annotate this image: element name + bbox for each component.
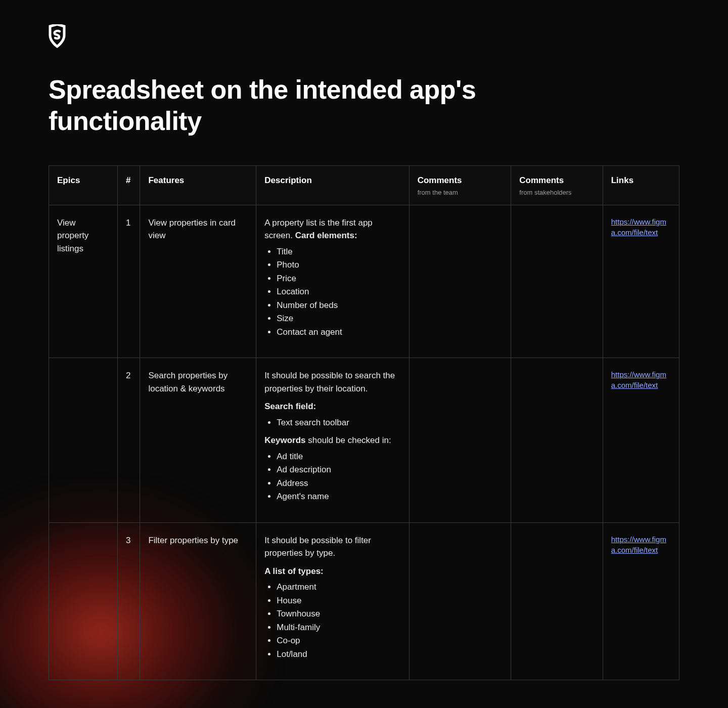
list-item: Size xyxy=(277,312,400,325)
list-item: Apartment xyxy=(277,581,400,594)
col-number: # xyxy=(118,165,140,205)
list-item: Lot/land xyxy=(277,648,400,661)
desc-subhead: Keywords xyxy=(264,435,305,445)
desc-subhead: Search field: xyxy=(264,402,316,411)
table-row: View property listings 1 View properties… xyxy=(49,205,679,358)
desc-lead: It should be possible to filter properti… xyxy=(264,534,400,560)
cell-description: A property list is the first app screen.… xyxy=(256,205,409,358)
list-item: Ad description xyxy=(277,463,400,476)
list-item: Contact an agent xyxy=(277,326,400,339)
list-item: Agent's name xyxy=(277,490,400,503)
table-row: 3 Filter properties by type It should be… xyxy=(49,522,679,680)
col-comments-stakeholders: Comments from stakeholders xyxy=(511,165,603,205)
cell-comments-stakeholders xyxy=(511,358,603,523)
table-header-row: Epics # Features Description Comments fr… xyxy=(49,165,679,205)
col-description: Description xyxy=(256,165,409,205)
list-item: Townhouse xyxy=(277,607,400,621)
col-comments-stake-label: Comments xyxy=(519,175,564,185)
col-comments-team-sub: from the team xyxy=(418,188,503,198)
cell-epic xyxy=(49,358,118,523)
figma-link[interactable]: https://www.figma.com/file/text xyxy=(611,216,671,238)
functionality-table: Epics # Features Description Comments fr… xyxy=(49,165,679,681)
col-comments-stake-sub: from stakeholders xyxy=(519,188,594,198)
cell-feature: Search properties by location & keywords xyxy=(140,358,256,523)
list-item: Location xyxy=(277,285,400,298)
list-item: Title xyxy=(277,245,400,258)
desc-list: Apartment House Townhouse Multi-family C… xyxy=(264,581,400,660)
desc-lead: It should be possible to search the prop… xyxy=(264,369,400,395)
cell-epic: View property listings xyxy=(49,205,118,358)
cell-description: It should be possible to search the prop… xyxy=(256,358,409,523)
figma-link[interactable]: https://www.figma.com/file/text xyxy=(611,534,671,555)
list-item: Address xyxy=(277,477,400,490)
desc-list: Ad title Ad description Address Agent's … xyxy=(264,450,400,503)
list-item: Number of beds xyxy=(277,299,400,312)
list-item: Ad title xyxy=(277,450,400,463)
page-title: Spreadsheet on the intended app's functi… xyxy=(49,74,504,137)
desc-label: A list of types: xyxy=(264,566,324,576)
cell-description: It should be possible to filter properti… xyxy=(256,522,409,680)
desc-label: Card elements: xyxy=(295,231,357,240)
cell-number: 1 xyxy=(118,205,140,358)
figma-link[interactable]: https://www.figma.com/file/text xyxy=(611,369,671,390)
cell-feature: Filter properties by type xyxy=(140,522,256,680)
col-comments-team: Comments from the team xyxy=(409,165,511,205)
cell-comments-stakeholders xyxy=(511,205,603,358)
desc-list: Title Photo Price Location Number of bed… xyxy=(264,245,400,339)
cell-comments-stakeholders xyxy=(511,522,603,680)
cell-comments-team xyxy=(409,358,511,523)
cell-links: https://www.figma.com/file/text xyxy=(603,205,679,358)
cell-comments-team xyxy=(409,522,511,680)
cell-links: https://www.figma.com/file/text xyxy=(603,522,679,680)
table-row: 2 Search properties by location & keywor… xyxy=(49,358,679,523)
list-item: Text search toolbar xyxy=(277,416,400,429)
list-item: House xyxy=(277,594,400,607)
col-epics: Epics xyxy=(49,165,118,205)
cell-feature: View properties in card view xyxy=(140,205,256,358)
page-container: Spreadsheet on the intended app's functi… xyxy=(0,0,728,708)
cell-comments-team xyxy=(409,205,511,358)
cell-number: 3 xyxy=(118,522,140,680)
col-comments-team-label: Comments xyxy=(418,175,462,185)
brand-logo xyxy=(49,24,66,49)
cell-epic xyxy=(49,522,118,680)
col-features: Features xyxy=(140,165,256,205)
desc-tail: should be checked in: xyxy=(306,435,391,445)
cell-links: https://www.figma.com/file/text xyxy=(603,358,679,523)
list-item: Photo xyxy=(277,258,400,272)
desc-list: Text search toolbar xyxy=(264,416,400,429)
cell-number: 2 xyxy=(118,358,140,523)
list-item: Co-op xyxy=(277,634,400,647)
list-item: Price xyxy=(277,272,400,285)
col-links: Links xyxy=(603,165,679,205)
list-item: Multi-family xyxy=(277,621,400,634)
